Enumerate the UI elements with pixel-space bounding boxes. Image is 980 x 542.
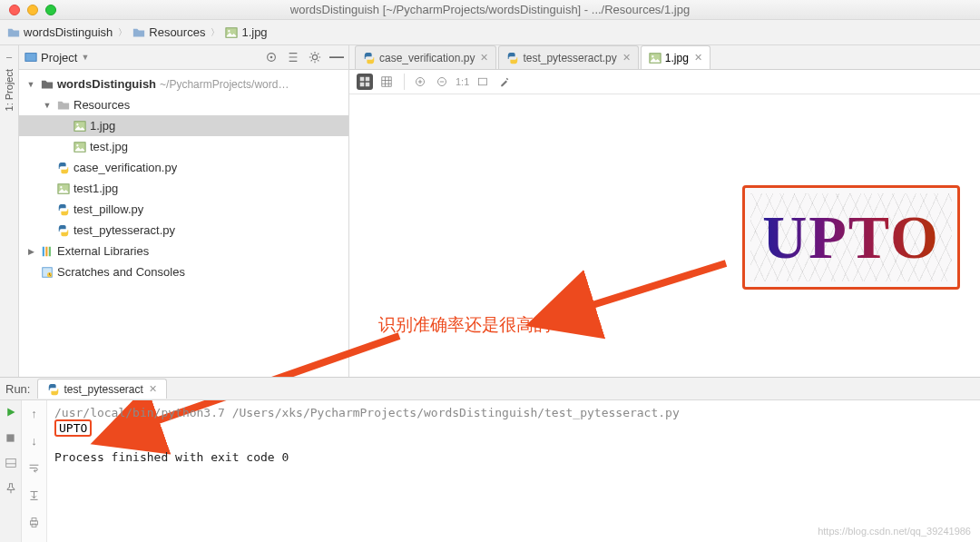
breadcrumb-item[interactable]: Resources <box>132 25 205 39</box>
expand-toggle[interactable] <box>41 101 54 110</box>
expand-toggle[interactable] <box>24 247 37 256</box>
tree-label: case_verification.py <box>74 161 177 174</box>
project-panel: Project ▼ — wordsDistinguish ~/PycharmPr… <box>19 45 349 377</box>
tree-row[interactable]: 1.jpg <box>19 115 348 136</box>
arrow-up-icon[interactable]: ↑ <box>27 406 42 420</box>
svg-point-4 <box>270 56 273 59</box>
editor-tab-label: 1.jpg <box>665 52 689 64</box>
svg-point-5 <box>312 54 317 59</box>
close-icon[interactable]: ✕ <box>694 52 702 64</box>
svg-rect-14 <box>49 246 51 256</box>
run-tab-label: test_pytesseract <box>64 383 142 396</box>
arrow-down-icon[interactable]: ↓ <box>27 433 42 448</box>
close-icon[interactable]: ✕ <box>622 52 631 64</box>
zoom-ratio[interactable]: 1:1 <box>456 76 469 87</box>
captcha-text: UPTO <box>762 202 940 273</box>
expand-toggle[interactable] <box>24 80 37 89</box>
breadcrumb-label: wordsDistinguish <box>24 25 113 39</box>
run-layout-icon[interactable] <box>5 457 17 469</box>
folder-dark-icon <box>41 78 54 91</box>
run-pin-icon[interactable] <box>5 482 17 495</box>
target-icon[interactable] <box>265 51 278 64</box>
grid-9-icon[interactable] <box>378 74 395 90</box>
hide-panel-icon[interactable]: — <box>330 51 343 64</box>
project-icon <box>24 51 37 64</box>
tree-label: 1.jpg <box>90 119 115 133</box>
project-panel-title: Project <box>41 51 77 64</box>
tree-label: test_pytesseract.py <box>74 223 175 237</box>
run-console[interactable]: /usr/local/bin/python3.7 /Users/xks/Pych… <box>47 400 980 542</box>
run-tab[interactable]: test_pytesseract ✕ <box>37 379 166 399</box>
console-command: /usr/local/bin/python3.7 /Users/xks/Pych… <box>54 406 680 419</box>
fit-icon[interactable] <box>475 74 491 90</box>
editor-tab-label: case_verification.py <box>379 52 475 64</box>
tree-row[interactable]: test1.jpg <box>19 178 348 199</box>
svg-rect-21 <box>360 83 365 87</box>
tree-row[interactable]: Scratches and Consoles <box>19 261 348 282</box>
folder-icon <box>7 26 20 39</box>
python-icon <box>47 383 60 396</box>
python-icon <box>363 52 376 64</box>
editor-tabs: case_verification.py✕test_pytesseract.py… <box>349 45 980 70</box>
svg-rect-19 <box>360 77 365 82</box>
captcha-image: UPTO <box>742 185 960 290</box>
window-zoom-button[interactable] <box>45 5 56 15</box>
breadcrumb-label: Resources <box>149 25 205 39</box>
tree-label: Resources <box>74 98 130 112</box>
console-output-highlight: UPTO <box>54 419 92 437</box>
svg-rect-12 <box>43 246 44 256</box>
editor-tab[interactable]: test_pytesseract.py✕ <box>498 45 638 69</box>
breadcrumb-label: 1.jpg <box>241 25 267 39</box>
scratch-icon <box>41 266 54 279</box>
svg-rect-28 <box>6 434 14 441</box>
editor-tab[interactable]: case_verification.py✕ <box>355 45 496 69</box>
tree-row[interactable]: test_pytesseract.py <box>19 220 348 241</box>
close-icon[interactable]: ✕ <box>149 383 157 395</box>
svg-rect-22 <box>366 83 370 87</box>
svg-rect-13 <box>45 246 47 256</box>
svg-rect-31 <box>32 517 36 520</box>
python-icon <box>57 224 70 237</box>
wrap-icon[interactable] <box>27 460 42 475</box>
gear-icon[interactable] <box>309 51 321 64</box>
project-tree[interactable]: wordsDistinguish ~/PycharmProjects/word…… <box>19 70 348 286</box>
tree-label: Scratches and Consoles <box>57 265 185 279</box>
editor-tab-label: test_pytesseract.py <box>523 52 616 64</box>
color-picker-icon[interactable] <box>496 74 513 90</box>
project-panel-header: Project ▼ — <box>19 45 348 70</box>
print-icon[interactable] <box>27 515 42 529</box>
window-minimize-button[interactable] <box>27 5 38 15</box>
chevron-right-icon: 〉 <box>118 26 127 39</box>
tree-row[interactable]: case_verification.py <box>19 157 348 178</box>
tree-label: wordsDistinguish <box>57 77 156 91</box>
tree-row[interactable]: wordsDistinguish ~/PycharmProjects/word… <box>19 74 348 94</box>
tree-label: External Libraries <box>57 244 149 258</box>
image-icon <box>649 52 662 64</box>
tree-row[interactable]: test.jpg <box>19 136 348 157</box>
tree-row[interactable]: External Libraries <box>19 241 348 261</box>
tree-row[interactable]: Resources <box>19 94 348 115</box>
svg-rect-29 <box>5 459 15 468</box>
close-icon[interactable]: ✕ <box>480 52 488 64</box>
tree-label: test1.jpg <box>74 182 118 195</box>
image-icon <box>57 182 70 195</box>
breadcrumb-item[interactable]: wordsDistinguish <box>7 25 113 39</box>
run-gutter-secondary: ↑ ↓ <box>22 400 47 542</box>
watermark: https://blog.csdn.net/qq_39241986 <box>818 526 971 537</box>
run-stop-icon[interactable] <box>5 431 17 444</box>
titlebar: wordsDistinguish [~/PycharmProjects/word… <box>0 0 980 20</box>
grid-4-icon[interactable] <box>357 74 373 90</box>
editor-tab[interactable]: 1.jpg✕ <box>641 45 710 69</box>
collapse-all-icon[interactable] <box>287 51 299 64</box>
minimize-icon[interactable]: – <box>6 51 12 62</box>
run-play-icon[interactable] <box>5 406 17 419</box>
scroll-to-end-icon[interactable] <box>27 488 42 502</box>
dropdown-icon[interactable]: ▼ <box>81 53 89 62</box>
zoom-in-icon[interactable] <box>412 74 428 90</box>
tree-row[interactable]: test_pillow.py <box>19 199 348 220</box>
breadcrumb-item[interactable]: 1.jpg <box>225 25 267 39</box>
python-icon <box>57 203 70 216</box>
rail-project-tab[interactable]: 1: Project <box>4 69 15 111</box>
zoom-out-icon[interactable] <box>434 74 450 90</box>
window-close-button[interactable] <box>9 5 20 15</box>
